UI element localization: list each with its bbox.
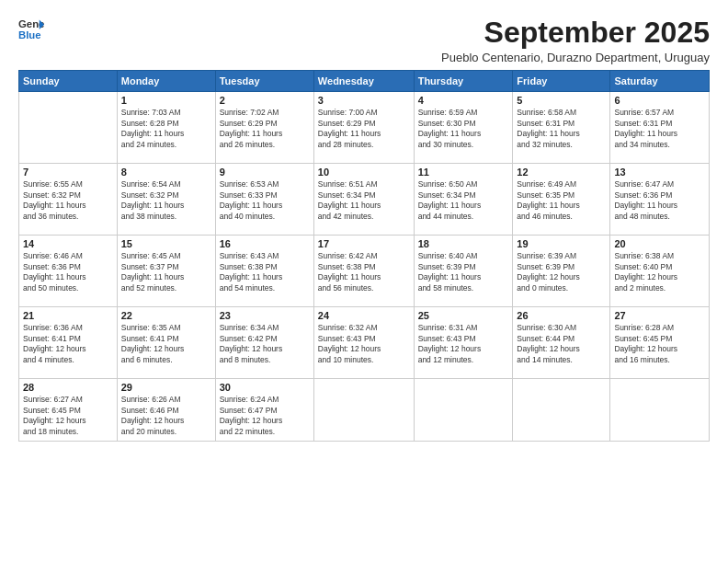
page: General Blue September 2025 Pueblo Cente…: [0, 0, 728, 563]
day-info: Sunrise: 6:38 AM Sunset: 6:40 PM Dayligh…: [614, 251, 705, 293]
day-number: 20: [614, 238, 705, 249]
calendar-table: Sunday Monday Tuesday Wednesday Thursday…: [18, 70, 710, 442]
day-info: Sunrise: 6:40 AM Sunset: 6:39 PM Dayligh…: [418, 251, 509, 293]
table-row: [414, 379, 513, 442]
day-number: 27: [614, 310, 705, 321]
day-number: 5: [517, 95, 606, 106]
day-info: Sunrise: 6:42 AM Sunset: 6:38 PM Dayligh…: [318, 251, 410, 293]
table-row: 29Sunrise: 6:26 AM Sunset: 6:46 PM Dayli…: [117, 379, 215, 442]
week-row: 14Sunrise: 6:46 AM Sunset: 6:36 PM Dayli…: [19, 236, 710, 307]
day-info: Sunrise: 6:50 AM Sunset: 6:34 PM Dayligh…: [418, 179, 509, 222]
day-info: Sunrise: 6:39 AM Sunset: 6:39 PM Dayligh…: [517, 251, 606, 293]
day-info: Sunrise: 6:26 AM Sunset: 6:46 PM Dayligh…: [121, 395, 211, 437]
header-row: Sunday Monday Tuesday Wednesday Thursday…: [19, 71, 710, 92]
table-row: 8Sunrise: 6:54 AM Sunset: 6:32 PM Daylig…: [117, 164, 215, 236]
day-number: 22: [121, 310, 211, 321]
table-row: 4Sunrise: 6:59 AM Sunset: 6:30 PM Daylig…: [414, 92, 513, 164]
day-number: 7: [23, 167, 113, 178]
svg-text:Blue: Blue: [18, 29, 41, 40]
day-number: 1: [121, 95, 211, 106]
table-row: [313, 379, 414, 442]
col-friday: Friday: [513, 71, 610, 92]
col-sunday: Sunday: [19, 71, 118, 92]
header: General Blue September 2025 Pueblo Cente…: [18, 17, 710, 64]
day-number: 23: [220, 310, 310, 321]
table-row: 17Sunrise: 6:42 AM Sunset: 6:38 PM Dayli…: [313, 236, 414, 307]
table-row: 22Sunrise: 6:35 AM Sunset: 6:41 PM Dayli…: [117, 307, 215, 379]
table-row: 11Sunrise: 6:50 AM Sunset: 6:34 PM Dayli…: [414, 164, 513, 236]
day-number: 16: [220, 238, 310, 249]
day-info: Sunrise: 6:34 AM Sunset: 6:42 PM Dayligh…: [220, 323, 310, 365]
col-saturday: Saturday: [610, 71, 710, 92]
day-number: 14: [23, 238, 113, 249]
day-number: 21: [23, 310, 113, 321]
week-row: 28Sunrise: 6:27 AM Sunset: 6:45 PM Dayli…: [19, 379, 710, 442]
table-row: 9Sunrise: 6:53 AM Sunset: 6:33 PM Daylig…: [215, 164, 313, 236]
subtitle: Pueblo Centenario, Durazno Department, U…: [441, 51, 710, 64]
table-row: 30Sunrise: 6:24 AM Sunset: 6:47 PM Dayli…: [215, 379, 313, 442]
logo-icon: General Blue: [18, 17, 44, 42]
day-info: Sunrise: 6:58 AM Sunset: 6:31 PM Dayligh…: [517, 108, 606, 150]
day-number: 30: [220, 382, 310, 393]
day-number: 29: [121, 382, 211, 393]
day-number: 18: [418, 238, 509, 249]
week-row: 7Sunrise: 6:55 AM Sunset: 6:32 PM Daylig…: [19, 164, 710, 236]
title-block: September 2025 Pueblo Centenario, Durazn…: [441, 17, 710, 64]
table-row: 16Sunrise: 6:43 AM Sunset: 6:38 PM Dayli…: [215, 236, 313, 307]
col-wednesday: Wednesday: [313, 71, 414, 92]
day-info: Sunrise: 6:54 AM Sunset: 6:32 PM Dayligh…: [121, 179, 211, 222]
day-info: Sunrise: 6:49 AM Sunset: 6:35 PM Dayligh…: [517, 179, 606, 222]
table-row: 3Sunrise: 7:00 AM Sunset: 6:29 PM Daylig…: [313, 92, 414, 164]
day-info: Sunrise: 6:32 AM Sunset: 6:43 PM Dayligh…: [318, 323, 410, 365]
day-info: Sunrise: 6:47 AM Sunset: 6:36 PM Dayligh…: [614, 179, 705, 222]
table-row: [610, 379, 710, 442]
table-row: 5Sunrise: 6:58 AM Sunset: 6:31 PM Daylig…: [513, 92, 610, 164]
day-info: Sunrise: 6:31 AM Sunset: 6:43 PM Dayligh…: [418, 323, 509, 365]
table-row: 19Sunrise: 6:39 AM Sunset: 6:39 PM Dayli…: [513, 236, 610, 307]
day-info: Sunrise: 7:02 AM Sunset: 6:29 PM Dayligh…: [220, 108, 310, 150]
day-info: Sunrise: 7:00 AM Sunset: 6:29 PM Dayligh…: [318, 108, 410, 150]
table-row: 27Sunrise: 6:28 AM Sunset: 6:45 PM Dayli…: [610, 307, 710, 379]
table-row: 21Sunrise: 6:36 AM Sunset: 6:41 PM Dayli…: [19, 307, 118, 379]
table-row: 25Sunrise: 6:31 AM Sunset: 6:43 PM Dayli…: [414, 307, 513, 379]
table-row: 23Sunrise: 6:34 AM Sunset: 6:42 PM Dayli…: [215, 307, 313, 379]
col-monday: Monday: [117, 71, 215, 92]
day-number: 26: [517, 310, 606, 321]
day-number: 2: [220, 95, 310, 106]
table-row: 15Sunrise: 6:45 AM Sunset: 6:37 PM Dayli…: [117, 236, 215, 307]
day-info: Sunrise: 6:43 AM Sunset: 6:38 PM Dayligh…: [220, 251, 310, 293]
table-row: [19, 92, 118, 164]
table-row: 24Sunrise: 6:32 AM Sunset: 6:43 PM Dayli…: [313, 307, 414, 379]
day-info: Sunrise: 6:36 AM Sunset: 6:41 PM Dayligh…: [23, 323, 113, 365]
day-number: 25: [418, 310, 509, 321]
day-info: Sunrise: 6:24 AM Sunset: 6:47 PM Dayligh…: [220, 395, 310, 437]
day-info: Sunrise: 6:55 AM Sunset: 6:32 PM Dayligh…: [23, 179, 113, 222]
table-row: 10Sunrise: 6:51 AM Sunset: 6:34 PM Dayli…: [313, 164, 414, 236]
table-row: 14Sunrise: 6:46 AM Sunset: 6:36 PM Dayli…: [19, 236, 118, 307]
table-row: [513, 379, 610, 442]
col-thursday: Thursday: [414, 71, 513, 92]
day-info: Sunrise: 6:59 AM Sunset: 6:30 PM Dayligh…: [418, 108, 509, 150]
day-info: Sunrise: 6:53 AM Sunset: 6:33 PM Dayligh…: [220, 179, 310, 222]
logo: General Blue: [18, 17, 44, 42]
day-number: 8: [121, 167, 211, 178]
table-row: 28Sunrise: 6:27 AM Sunset: 6:45 PM Dayli…: [19, 379, 118, 442]
month-title: September 2025: [441, 17, 710, 49]
day-info: Sunrise: 6:57 AM Sunset: 6:31 PM Dayligh…: [614, 108, 705, 150]
table-row: 7Sunrise: 6:55 AM Sunset: 6:32 PM Daylig…: [19, 164, 118, 236]
table-row: 1Sunrise: 7:03 AM Sunset: 6:28 PM Daylig…: [117, 92, 215, 164]
day-info: Sunrise: 6:51 AM Sunset: 6:34 PM Dayligh…: [318, 179, 410, 222]
table-row: 12Sunrise: 6:49 AM Sunset: 6:35 PM Dayli…: [513, 164, 610, 236]
table-row: 26Sunrise: 6:30 AM Sunset: 6:44 PM Dayli…: [513, 307, 610, 379]
day-number: 28: [23, 382, 113, 393]
day-number: 6: [614, 95, 705, 106]
day-number: 17: [318, 238, 410, 249]
day-number: 24: [318, 310, 410, 321]
day-number: 15: [121, 238, 211, 249]
day-info: Sunrise: 6:35 AM Sunset: 6:41 PM Dayligh…: [121, 323, 211, 365]
table-row: 13Sunrise: 6:47 AM Sunset: 6:36 PM Dayli…: [610, 164, 710, 236]
table-row: 18Sunrise: 6:40 AM Sunset: 6:39 PM Dayli…: [414, 236, 513, 307]
week-row: 21Sunrise: 6:36 AM Sunset: 6:41 PM Dayli…: [19, 307, 710, 379]
table-row: 20Sunrise: 6:38 AM Sunset: 6:40 PM Dayli…: [610, 236, 710, 307]
day-number: 11: [418, 167, 509, 178]
